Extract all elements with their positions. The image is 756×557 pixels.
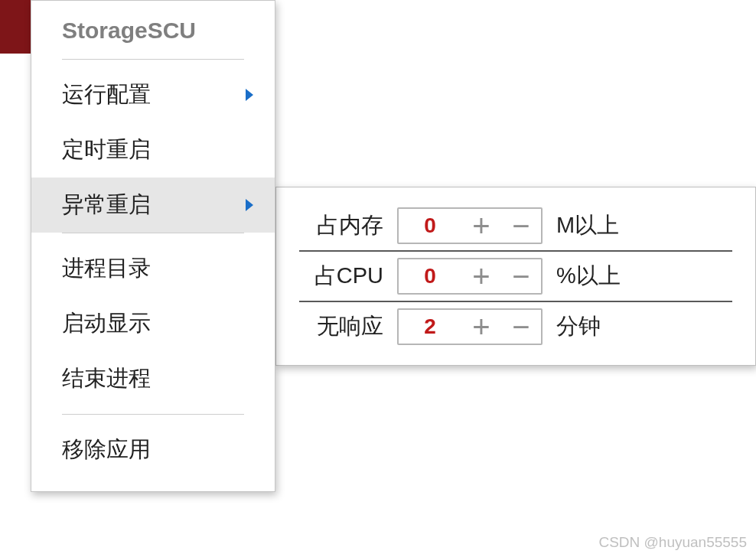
noresp-value-input[interactable] <box>399 314 461 339</box>
context-menu: StorageSCU 运行配置 定时重启 异常重启 进程目录 启动显示 结束进程… <box>31 0 275 492</box>
memory-suffix: M以上 <box>556 210 633 241</box>
submenu-arrow-icon <box>246 199 253 211</box>
plus-icon[interactable]: + <box>461 261 501 292</box>
cpu-stepper: + − <box>397 258 543 295</box>
menu-item-process-dir[interactable]: 进程目录 <box>31 241 275 296</box>
menu-title: StorageSCU <box>31 1 275 59</box>
menu-item-label: 结束进程 <box>62 363 151 394</box>
watermark: CSDN @huyuan55555 <box>598 534 747 551</box>
abnormal-restart-submenu: 占内存 + − M以上 占CPU + − %以上 无响应 + − 分钟 <box>275 187 756 366</box>
menu-item-label: 进程目录 <box>62 253 151 284</box>
menu-item-abnormal-restart[interactable]: 异常重启 <box>31 178 275 233</box>
minus-icon[interactable]: − <box>501 210 541 241</box>
menu-item-run-config[interactable]: 运行配置 <box>31 67 275 122</box>
row-memory-threshold: 占内存 + − M以上 <box>299 201 732 250</box>
cpu-suffix: %以上 <box>556 261 633 292</box>
memory-label: 占内存 <box>299 210 383 241</box>
menu-item-startup-display[interactable]: 启动显示 <box>31 296 275 351</box>
menu-item-kill-process[interactable]: 结束进程 <box>31 351 275 406</box>
plus-icon[interactable]: + <box>461 210 501 241</box>
row-no-response: 无响应 + − 分钟 <box>299 301 732 351</box>
noresp-stepper: + − <box>397 308 543 345</box>
noresp-label: 无响应 <box>299 311 383 342</box>
menu-item-remove-app[interactable]: 移除应用 <box>31 422 275 477</box>
minus-icon[interactable]: − <box>501 311 541 342</box>
cpu-value-input[interactable] <box>399 264 461 288</box>
menu-item-scheduled-restart[interactable]: 定时重启 <box>31 122 275 178</box>
menu-item-label: 移除应用 <box>62 435 151 465</box>
submenu-arrow-icon <box>246 89 253 101</box>
menu-item-label: 定时重启 <box>62 135 151 165</box>
memory-value-input[interactable] <box>399 213 461 238</box>
menu-item-label: 异常重启 <box>62 190 151 220</box>
menu-item-label: 启动显示 <box>62 308 151 339</box>
plus-icon[interactable]: + <box>461 311 501 342</box>
noresp-suffix: 分钟 <box>556 311 633 342</box>
menu-item-label: 运行配置 <box>62 80 151 110</box>
row-cpu-threshold: 占CPU + − %以上 <box>299 250 732 301</box>
minus-icon[interactable]: − <box>501 261 541 292</box>
cpu-label: 占CPU <box>299 261 383 292</box>
memory-stepper: + − <box>397 207 543 244</box>
